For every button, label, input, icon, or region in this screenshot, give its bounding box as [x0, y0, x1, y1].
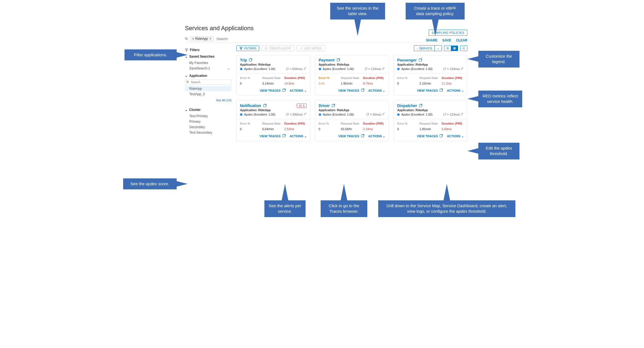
rate-value: 2.10/min: [419, 82, 442, 85]
sidebar-item-testapp0[interactable]: TestApp_0: [185, 91, 231, 97]
list-view-button[interactable]: [444, 46, 451, 51]
sidebar-item-primary[interactable]: Primary: [185, 119, 231, 124]
filter-chip[interactable]: = RideApp ✕: [190, 36, 214, 41]
duration-value: 9.79ms: [363, 82, 385, 85]
svg-rect-14: [455, 48, 456, 49]
service-card: Dispatcher Application: RideAppApdex (Ex…: [394, 100, 467, 141]
service-name-link[interactable]: Driver: [319, 103, 330, 108]
sidebar-item-rideapp[interactable]: RideApp: [185, 86, 231, 91]
service-name-link[interactable]: Notification: [240, 103, 261, 108]
apdex-score: Apdex (Excellent: 1.00): [240, 67, 275, 71]
see-all-link[interactable]: See All (10): [185, 99, 231, 102]
actions-dropdown[interactable]: ACTIONS ⌄: [290, 89, 307, 92]
filter-icon: [239, 47, 243, 50]
pencil-icon[interactable]: [382, 112, 385, 116]
threshold-label: (T = 123ms): [444, 67, 464, 71]
rate-value: 3.14/min: [262, 82, 284, 85]
view-traces-link[interactable]: VIEW TRACES: [338, 89, 364, 92]
service-name-link[interactable]: Passenger: [397, 58, 417, 62]
search-icon: [186, 80, 189, 84]
actions-dropdown[interactable]: ACTIONS ⌄: [290, 134, 307, 138]
error-value: 0.44: [319, 82, 341, 85]
external-link-icon[interactable]: [419, 104, 422, 107]
view-traces-link[interactable]: VIEW TRACES: [260, 134, 285, 138]
external-link-icon: [440, 89, 442, 92]
apdex-score: Apdex (Excellent: 1.00): [397, 113, 433, 116]
external-link-icon[interactable]: [249, 59, 252, 61]
pencil-icon[interactable]: [461, 67, 464, 70]
application-label: Application: RideApp: [319, 108, 385, 112]
external-link-icon[interactable]: [337, 59, 340, 61]
share-link[interactable]: SHARE: [426, 38, 437, 42]
gear-icon: [462, 47, 465, 50]
external-link-icon[interactable]: [419, 59, 422, 61]
view-traces-link[interactable]: VIEW TRACES: [338, 134, 364, 138]
svg-rect-11: [453, 47, 454, 48]
duration-value: 2.53ms: [284, 127, 307, 131]
rate-value: 1.95/min: [341, 82, 363, 85]
application-search[interactable]: [185, 79, 231, 85]
svg-point-2: [187, 81, 188, 83]
actions-dropdown[interactable]: ACTIONS ⌄: [368, 134, 385, 138]
chevron-down-icon: ⌄: [461, 134, 464, 138]
external-link-icon[interactable]: [332, 104, 335, 107]
application-search-input[interactable]: [190, 80, 230, 84]
service-name-link[interactable]: Payment: [319, 58, 335, 62]
external-link-icon[interactable]: [263, 104, 266, 107]
sidebar-item-test-primary[interactable]: Test-Primary: [185, 113, 231, 119]
callout-policy: Create a trace or eBPF data sampling pol…: [406, 3, 465, 19]
alert-badge[interactable]: 5: [297, 103, 307, 108]
sort-dropdown[interactable]: ↓SERVICE ⌄: [414, 45, 442, 51]
duration-value: 14.9ms: [284, 82, 307, 85]
view-traces-link[interactable]: VIEW TRACES: [417, 134, 442, 138]
settings-button[interactable]: [460, 46, 467, 51]
clear-link[interactable]: CLEAR: [456, 38, 467, 42]
duration-value: 2.19ms: [363, 127, 385, 131]
cluster-heading[interactable]: ⌄ Cluster: [185, 108, 231, 112]
search-icon: [185, 37, 188, 40]
filters-heading: Filters: [185, 48, 231, 52]
filters-button[interactable]: FILTERS: [236, 46, 259, 51]
saved-searches-heading[interactable]: ⌄ Saved Searches: [185, 55, 231, 58]
duration-value: 5.03ms: [442, 127, 464, 131]
sidebar-item-myfavorites[interactable]: My Favorites: [185, 60, 231, 66]
chevron-down-icon: ⌄: [304, 134, 307, 138]
sidebar-item-secondary[interactable]: Secondary: [185, 124, 231, 130]
actions-dropdown[interactable]: ACTIONS ⌄: [447, 89, 464, 92]
chevron-down-icon: ⌄: [461, 89, 464, 92]
pencil-icon[interactable]: [382, 67, 385, 70]
view-traces-link[interactable]: VIEW TRACES: [417, 89, 442, 92]
list-icon: [446, 47, 449, 50]
chevron-down-icon: ⌄: [185, 74, 188, 78]
view-traces-link[interactable]: VIEW TRACES: [260, 89, 285, 92]
sidebar-item-test-secondary[interactable]: Test-Secondary: [185, 130, 231, 135]
error-value: 0: [397, 127, 419, 131]
actions-dropdown[interactable]: ACTIONS ⌄: [447, 134, 464, 138]
pencil-icon[interactable]: [461, 112, 464, 116]
rate-header: Request Rate: [341, 122, 363, 125]
edit-apdex-button: EDIT APDEX: [297, 46, 325, 51]
close-icon[interactable]: ✕: [209, 37, 212, 41]
service-name-link[interactable]: Trip: [240, 58, 247, 62]
external-link-icon: [283, 134, 285, 137]
service-card: 5Notification Application: RideAppApdex …: [236, 100, 310, 141]
error-value: 0: [397, 82, 419, 85]
duration-header: Duration (P95): [363, 76, 385, 80]
save-link[interactable]: SAVE: [442, 38, 451, 42]
callout-alerts: See the alerts per service.: [264, 200, 306, 217]
pencil-icon[interactable]: [303, 112, 307, 116]
pencil-icon: [300, 47, 303, 50]
error-header: Error %: [240, 76, 262, 80]
application-heading[interactable]: ⌄ Application: [185, 74, 231, 78]
sidebar-item-savesearch1[interactable]: SaveSearch-1⌄: [185, 66, 231, 71]
chevron-down-icon[interactable]: ⌄: [435, 46, 442, 51]
threshold-label: (T = 200ms): [286, 112, 306, 116]
grid-view-button[interactable]: [451, 46, 458, 51]
service-name-link[interactable]: Dispatcher: [397, 103, 417, 108]
actions-dropdown[interactable]: ACTIONS ⌄: [368, 89, 385, 92]
chevron-down-icon: ⌄: [185, 108, 188, 112]
pencil-icon[interactable]: [303, 67, 307, 70]
search-bar: = RideApp ✕: [185, 35, 467, 43]
threshold-label: (T = 123ms): [365, 67, 385, 71]
application-label: Application: RideApp: [240, 63, 307, 66]
